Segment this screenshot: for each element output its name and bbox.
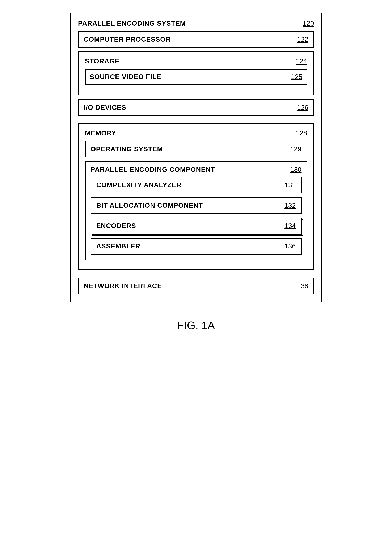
bit-allocation-box: BIT ALLOCATION COMPONENT 132 [91,197,301,214]
source-video-label: SOURCE VIDEO FILE [90,73,162,81]
storage-label: STORAGE [85,57,120,65]
storage-header: STORAGE 124 [85,57,307,65]
complexity-analyzer-box: COMPLEXITY ANALYZER 131 [91,177,301,193]
assembler-label: ASSEMBLER [96,242,140,250]
encoders-label: ENCODERS [96,222,136,230]
io-devices-label: I/O DEVICES [84,104,126,111]
system-outer-box: PARALLEL ENCODING SYSTEM 120 COMPUTER PR… [70,13,322,302]
pec-number: 130 [290,166,301,173]
encoders-stack: ENCODERS 134 [91,218,301,234]
encoders-number: 134 [285,222,296,230]
bit-allocation-number: 132 [285,202,296,209]
bit-allocation-label: BIT ALLOCATION COMPONENT [96,202,203,209]
source-video-box: SOURCE VIDEO FILE 125 [85,69,307,85]
operating-system-box: OPERATING SYSTEM 129 [85,141,307,157]
assembler-box: ASSEMBLER 136 [91,238,301,255]
storage-number: 124 [296,57,307,65]
network-interface-number: 138 [297,282,308,290]
system-header: PARALLEL ENCODING SYSTEM 120 [78,20,314,27]
complexity-analyzer-number: 131 [285,181,296,189]
io-devices-box: I/O DEVICES 126 [78,99,314,116]
parallel-encoding-component-box: PARALLEL ENCODING COMPONENT 130 COMPLEXI… [85,161,307,260]
memory-label: MEMORY [85,129,116,137]
memory-number: 128 [296,129,307,137]
io-devices-number: 126 [297,104,308,111]
assembler-number: 136 [285,242,296,250]
source-video-number: 125 [291,73,302,81]
network-interface-box: NETWORK INTERFACE 138 [78,278,314,294]
figure-label: FIG. 1A [177,319,215,332]
page-container: PARALLEL ENCODING SYSTEM 120 COMPUTER PR… [49,13,343,332]
computer-processor-box: COMPUTER PROCESSOR 122 [78,31,314,48]
computer-processor-label: COMPUTER PROCESSOR [84,36,171,43]
computer-processor-number: 122 [297,36,308,43]
complexity-analyzer-label: COMPLEXITY ANALYZER [96,181,181,189]
encoders-box: ENCODERS 134 [91,218,301,234]
system-label: PARALLEL ENCODING SYSTEM [78,20,186,27]
memory-header: MEMORY 128 [85,129,307,137]
system-number: 120 [303,20,314,27]
operating-system-label: OPERATING SYSTEM [91,145,163,153]
pec-label: PARALLEL ENCODING COMPONENT [91,166,215,173]
memory-box: MEMORY 128 OPERATING SYSTEM 129 PARALLEL… [78,123,314,270]
operating-system-number: 129 [290,145,301,153]
network-interface-label: NETWORK INTERFACE [84,282,162,290]
pec-header: PARALLEL ENCODING COMPONENT 130 [91,166,301,173]
storage-box: STORAGE 124 SOURCE VIDEO FILE 125 [78,52,314,95]
